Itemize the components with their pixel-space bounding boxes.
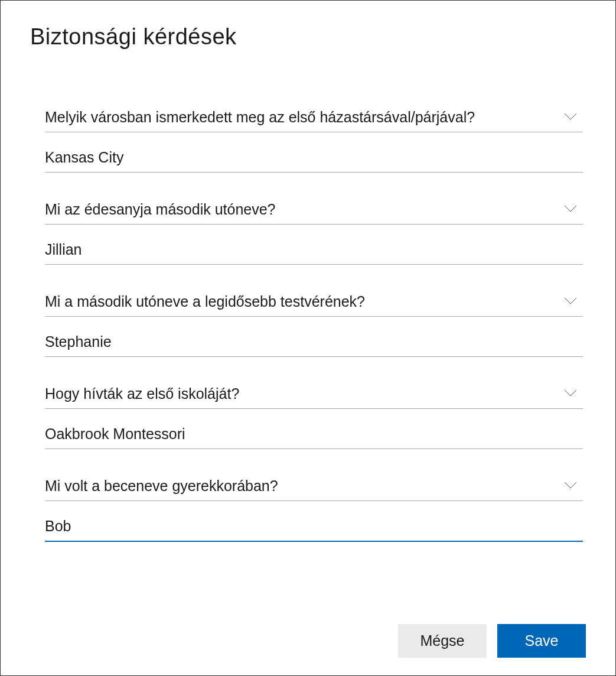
question-block-4: Hogy hívták az első iskoláját? [45,385,583,449]
question-select-5[interactable]: Mi volt a beceneve gyerekkorában? [45,477,583,501]
answer-row-1 [45,149,583,173]
answer-row-5 [45,518,583,542]
question-block-5: Mi volt a beceneve gyerekkorában? [45,477,583,542]
answer-row-2 [45,241,583,265]
answer-input-2[interactable] [45,241,583,258]
save-button[interactable]: Save [497,624,586,658]
answer-row-3 [45,333,583,357]
questions-container: Melyik városban ismerkedett meg az első … [30,109,586,542]
answer-input-1[interactable] [45,149,583,166]
question-block-3: Mi a második utóneve a legidősebb testvé… [45,293,583,357]
question-block-2: Mi az édesanyja második utóneve? [45,201,583,265]
cancel-button[interactable]: Mégse [398,624,487,658]
question-select-2[interactable]: Mi az édesanyja második utóneve? [45,201,583,225]
question-select-3[interactable]: Mi a második utóneve a legidősebb testvé… [45,293,583,317]
chevron-down-icon [564,481,577,492]
page-title: Biztonsági kérdések [30,24,586,50]
answer-input-5[interactable] [45,518,583,535]
question-block-1: Melyik városban ismerkedett meg az első … [45,109,583,173]
question-text-2: Mi az édesanyja második utóneve? [45,201,276,218]
question-text-4: Hogy hívták az első iskoláját? [45,385,239,402]
button-row: Mégse Save [398,624,586,658]
question-text-1: Melyik városban ismerkedett meg az első … [45,109,475,126]
question-text-5: Mi volt a beceneve gyerekkorában? [45,477,278,495]
answer-input-4[interactable] [45,425,583,443]
chevron-down-icon [564,112,577,123]
chevron-down-icon [564,297,577,307]
chevron-down-icon [564,204,577,215]
answer-input-3[interactable] [45,333,583,350]
answer-row-4 [45,425,583,449]
question-text-3: Mi a második utóneve a legidősebb testvé… [45,293,365,310]
question-select-1[interactable]: Melyik városban ismerkedett meg az első … [45,109,583,132]
chevron-down-icon [564,389,577,399]
question-select-4[interactable]: Hogy hívták az első iskoláját? [45,385,583,409]
